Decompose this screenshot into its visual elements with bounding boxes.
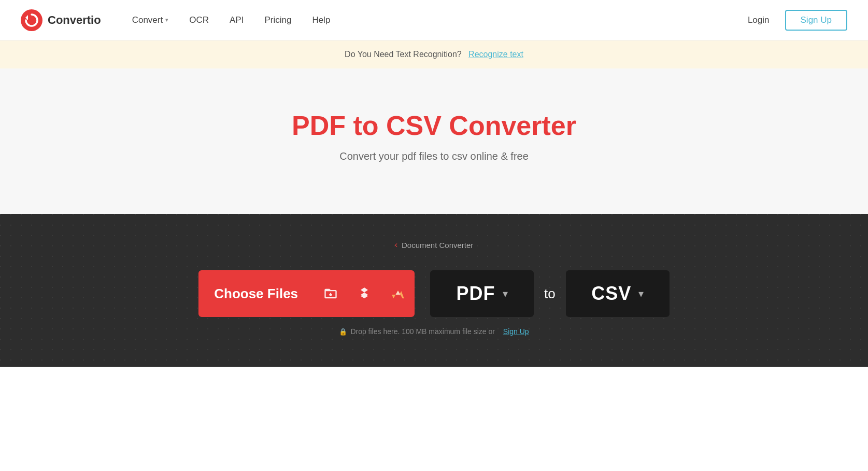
ocr-banner: Do You Need Text Recognition? Recognize …	[0, 40, 868, 68]
dropbox-icon	[357, 286, 372, 301]
to-format-chevron-icon: ▾	[638, 287, 644, 300]
nav-item-pricing[interactable]: Pricing	[264, 15, 291, 25]
banner-text: Do You Need Text Recognition?	[345, 50, 462, 59]
logo-text: Convertio	[48, 13, 101, 27]
from-format-selector[interactable]: PDF ▾	[430, 270, 534, 317]
nav-right: Login Sign Up	[748, 10, 847, 31]
to-label: to	[544, 286, 556, 302]
drop-hint-text: Drop files here. 100 MB maximum file siz…	[350, 327, 495, 336]
logo-icon	[21, 9, 42, 31]
nav-links: Convert ▾ OCR API Pricing Help	[132, 15, 748, 25]
local-file-button[interactable]	[314, 270, 347, 317]
nav-item-ocr[interactable]: OCR	[189, 15, 209, 25]
nav-item-convert[interactable]: Convert ▾	[132, 15, 169, 25]
format-selector: PDF ▾ to CSV ▾	[430, 270, 670, 317]
signup-link[interactable]: Sign Up	[503, 327, 529, 336]
nav-item-help[interactable]: Help	[312, 15, 330, 25]
hero-section: PDF to CSV Converter Convert your pdf fi…	[0, 68, 868, 214]
logo[interactable]: Convertio	[21, 9, 101, 31]
document-converter-label: ‹ Document Converter	[21, 240, 847, 250]
converter-category-label: Document Converter	[402, 241, 473, 250]
back-chevron-icon: ‹	[395, 240, 397, 250]
chevron-down-icon: ▾	[165, 17, 168, 23]
file-source-icons	[314, 270, 415, 317]
hero-subtitle: Convert your pdf files to csv online & f…	[21, 150, 847, 162]
google-drive-button[interactable]	[381, 270, 415, 317]
to-format-label: CSV	[591, 283, 631, 304]
signup-button[interactable]: Sign Up	[785, 10, 847, 31]
lock-icon: 🔒	[339, 328, 347, 336]
drop-hint: 🔒 Drop files here. 100 MB maximum file s…	[21, 327, 847, 336]
choose-files-button[interactable]: Choose Files	[198, 270, 415, 317]
svg-point-0	[21, 9, 42, 31]
google-drive-icon	[391, 286, 405, 301]
choose-files-label: Choose Files	[198, 286, 314, 302]
page-title: PDF to CSV Converter	[21, 110, 847, 141]
converter-controls: Choose Files	[21, 270, 847, 317]
folder-icon	[323, 286, 338, 301]
login-button[interactable]: Login	[748, 15, 770, 25]
to-format-selector[interactable]: CSV ▾	[566, 270, 670, 317]
navbar: Convertio Convert ▾ OCR API Pricing Help…	[0, 0, 868, 40]
nav-item-api[interactable]: API	[230, 15, 244, 25]
converter-section: ‹ Document Converter Choose Files	[0, 214, 868, 367]
recognize-text-link[interactable]: Recognize text	[468, 50, 523, 59]
from-format-label: PDF	[457, 283, 495, 304]
from-format-chevron-icon: ▾	[503, 287, 508, 300]
dropbox-button[interactable]	[347, 270, 381, 317]
